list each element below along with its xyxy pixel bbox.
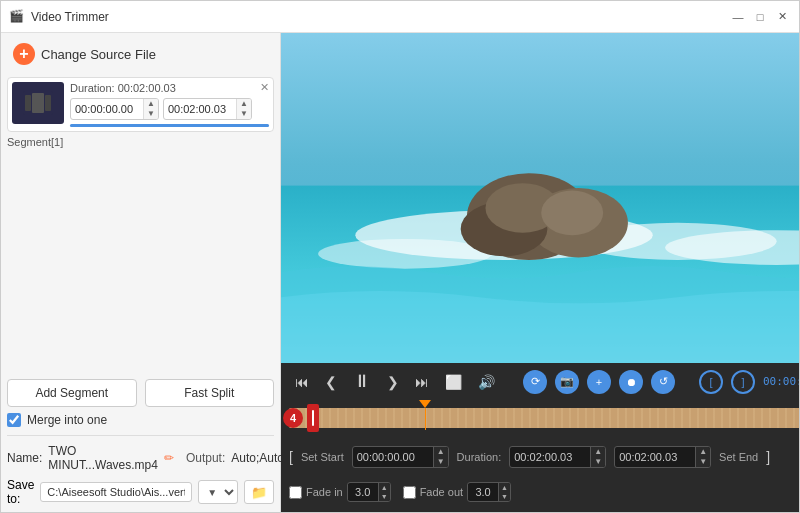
duration-up[interactable]: ▲ — [591, 447, 605, 457]
skip-to-start-button[interactable]: ⏮ — [291, 372, 313, 392]
end-time-arrows: ▲ ▼ — [236, 99, 251, 119]
duration-down[interactable]: ▼ — [591, 457, 605, 467]
skip-to-end-button[interactable]: ⏭ — [411, 372, 433, 392]
fade-in-up[interactable]: ▲ — [379, 483, 390, 492]
mark-out-btn[interactable]: ] — [766, 449, 770, 465]
end-time-down[interactable]: ▼ — [237, 109, 251, 119]
end-trim-up[interactable]: ▲ — [696, 447, 710, 457]
mark-out-button[interactable]: ] — [731, 370, 755, 394]
next-frame-button[interactable]: ❯ — [383, 372, 403, 392]
start-time-trim[interactable]: ▲ ▼ — [352, 446, 449, 468]
start-trim-down[interactable]: ▼ — [434, 457, 448, 467]
trim-handle-left[interactable] — [307, 404, 319, 432]
fade-out-down[interactable]: ▼ — [499, 492, 510, 501]
output-value: Auto;Auto — [231, 451, 284, 465]
set-end-button[interactable]: Set End — [719, 451, 758, 463]
duration-label: Duration: — [457, 451, 502, 463]
add-source-label: Change Source File — [41, 47, 156, 62]
maximize-button[interactable]: □ — [751, 8, 769, 26]
badge-4: 4 — [283, 408, 303, 428]
save-to-label: Save to: — [7, 478, 34, 506]
end-time-trim[interactable]: ▲ ▼ — [614, 446, 711, 468]
end-time-field[interactable]: ▲ ▼ — [163, 98, 252, 120]
trim-area: 4 5 — [281, 400, 799, 442]
start-time-down[interactable]: ▼ — [144, 109, 158, 119]
fade-in-label: Fade in — [306, 486, 343, 498]
main-window: 🎬 Video Trimmer — □ ✕ + Change Source Fi… — [0, 0, 800, 513]
trim-controls: [ Set Start ▲ ▼ Duration: ▲ ▼ — [281, 442, 799, 472]
close-button[interactable]: ✕ — [773, 8, 791, 26]
volume-button[interactable]: 🔊 — [474, 372, 499, 392]
file-name: TWO MINUT...Waves.mp4 — [48, 444, 158, 472]
end-time-trim-input[interactable] — [615, 449, 695, 465]
duration-trim-arrows: ▲ ▼ — [590, 447, 605, 467]
segment-thumbnail — [12, 82, 64, 124]
end-trim-down[interactable]: ▼ — [696, 457, 710, 467]
duration-trim[interactable]: ▲ ▼ — [509, 446, 606, 468]
save-row: Save to: ▼ 📁 — [7, 478, 274, 506]
fade-out-up[interactable]: ▲ — [499, 483, 510, 492]
fade-in-down[interactable]: ▼ — [379, 492, 390, 501]
duration-trim-input[interactable] — [510, 449, 590, 465]
mark-in-btn[interactable]: [ — [289, 449, 293, 465]
end-time-up[interactable]: ▲ — [237, 99, 251, 109]
name-label: Name: — [7, 451, 42, 465]
start-time-field[interactable]: ▲ ▼ — [70, 98, 159, 120]
end-trim-arrows: ▲ ▼ — [695, 447, 710, 467]
save-dropdown[interactable]: ▼ — [198, 480, 238, 504]
start-time-trim-input[interactable] — [353, 449, 433, 465]
video-preview — [281, 33, 799, 363]
fade-in-value-field[interactable]: ▲ ▼ — [347, 482, 391, 502]
content-area: + Change Source File Duration: — [1, 33, 799, 512]
title-bar: 🎬 Video Trimmer — □ ✕ — [1, 1, 799, 33]
fade-in-arrows: ▲ ▼ — [378, 483, 390, 501]
mark-in-button[interactable]: [ — [699, 370, 723, 394]
trim-handle-left-inner — [312, 410, 314, 426]
svg-point-8 — [318, 239, 491, 269]
fade-out-checkbox[interactable] — [403, 486, 416, 499]
play-pause-button[interactable]: ⏸ — [349, 369, 375, 394]
refresh-button[interactable]: ↺ — [651, 370, 675, 394]
minimize-button[interactable]: — — [729, 8, 747, 26]
add-segment-button[interactable]: Add Segment — [7, 379, 137, 407]
divider — [7, 435, 274, 436]
end-time-input[interactable] — [164, 101, 236, 117]
start-trim-up[interactable]: ▲ — [434, 447, 448, 457]
snapshot-button[interactable]: 📷 — [555, 370, 579, 394]
fade-out-label: Fade out — [420, 486, 463, 498]
fade-in-checkbox[interactable] — [289, 486, 302, 499]
crop-button[interactable]: ⬜ — [441, 372, 466, 392]
fade-out-input[interactable] — [468, 484, 498, 500]
time-fields: ▲ ▼ ▲ ▼ — [70, 98, 269, 120]
add-segment-ctrl-button[interactable]: + — [587, 370, 611, 394]
output-label: Output: — [186, 451, 225, 465]
window-controls: — □ ✕ — [729, 8, 791, 26]
name-row: Name: TWO MINUT...Waves.mp4 ✏ Output: Au… — [7, 444, 274, 472]
add-icon: + — [13, 43, 35, 65]
prev-frame-button[interactable]: ❮ — [321, 372, 341, 392]
controls-bar: ⏮ ❮ ⏸ ❯ ⏭ ⬜ 🔊 ⟳ 📷 + ⏺ ↺ [ ] 00:00:31.10/… — [281, 363, 799, 400]
segment-item: Duration: 00:02:00.03 ▲ ▼ — [7, 77, 274, 132]
fade-in-input[interactable] — [348, 484, 378, 500]
start-time-input[interactable] — [71, 101, 143, 117]
trim-track[interactable] — [289, 408, 799, 428]
set-start-button[interactable]: Set Start — [301, 451, 344, 463]
edit-icon[interactable]: ✏ — [164, 451, 174, 465]
merge-checkbox[interactable] — [7, 413, 21, 427]
add-source-button[interactable]: + Change Source File — [7, 39, 274, 69]
left-panel: + Change Source File Duration: — [1, 33, 281, 512]
segment-label: Segment[1] — [7, 136, 274, 148]
segment-close-button[interactable]: ✕ — [257, 80, 271, 94]
start-time-up[interactable]: ▲ — [144, 99, 158, 109]
fast-split-button[interactable]: Fast Split — [145, 379, 275, 407]
merge-checkbox-row: Merge into one — [7, 413, 274, 427]
left-bottom: Add Segment Fast Split Merge into one Na… — [7, 371, 274, 506]
folder-button[interactable]: 📁 — [244, 480, 274, 504]
trim-playhead — [419, 400, 431, 408]
record-button[interactable]: ⏺ — [619, 370, 643, 394]
loop-button[interactable]: ⟳ — [523, 370, 547, 394]
fade-out-value-field[interactable]: ▲ ▼ — [467, 482, 511, 502]
svg-rect-2 — [45, 95, 51, 111]
save-path-input[interactable] — [40, 482, 192, 502]
trim-track-fill — [289, 408, 799, 428]
